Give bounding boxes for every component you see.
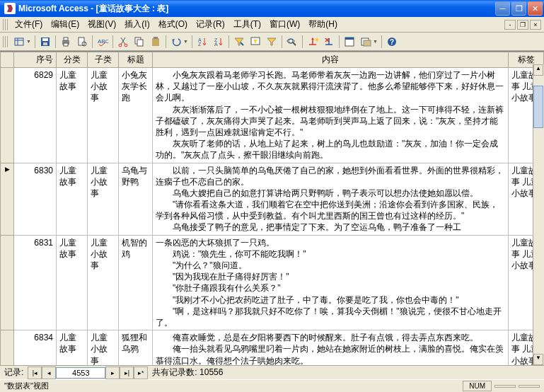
cell-content[interactable]: 以前，一只头脑简单的乌龟厌倦了自己的家，她想到外面看看世界。外面的世界很精彩，连… (153, 163, 509, 235)
scroll-down-button[interactable]: ▼ (533, 354, 543, 365)
sort-desc-button[interactable]: ZA (211, 34, 226, 50)
svg-rect-5 (43, 42, 47, 45)
help-button[interactable]: ? (384, 34, 400, 50)
nav-total-label: 共有记录数: 10556 (148, 367, 227, 379)
menu-file[interactable]: 文件(F) (11, 17, 47, 32)
undo-button[interactable] (168, 34, 184, 50)
window-title: Microsoft Access - [童话故事大全 : 表] (18, 3, 495, 15)
cell-category[interactable]: 儿童故事 (57, 68, 88, 163)
cell-content[interactable]: 一条凶恶的大坏狼抓了一只鸡。 鸡说："狼先生，你可不能吃我啊！" "为什么？"狼… (153, 235, 509, 330)
col-header-subcategory[interactable]: 子类 (88, 52, 119, 68)
menu-view[interactable]: 视图(V) (83, 17, 120, 32)
mdi-restore[interactable]: ❐ (517, 20, 528, 30)
cell-subcategory[interactable]: 儿童小故事 (88, 330, 119, 365)
cell-category[interactable]: 儿童故事 (57, 235, 88, 330)
scroll-thumb[interactable] (533, 86, 543, 128)
col-header-seq[interactable]: 序号 (14, 52, 57, 68)
close-button[interactable]: ✕ (528, 1, 543, 16)
cell-subcategory[interactable]: 儿童小故事 (88, 163, 119, 235)
menu-records[interactable]: 记录(R) (192, 17, 229, 32)
table-row[interactable]: ▶6830儿童故事儿童小故事乌龟与野鸭 以前，一只头脑简单的乌龟厌倦了自己的家，… (1, 163, 544, 235)
menu-format[interactable]: 格式(O) (154, 17, 192, 32)
cell-seq[interactable]: 6829 (14, 68, 57, 163)
database-window-button[interactable] (342, 34, 357, 50)
nav-last-button[interactable]: ▸| (120, 367, 134, 379)
menubar: 文件(F) 编辑(E) 视图(V) 插入(I) 格式(O) 记录(R) 工具(T… (0, 17, 544, 33)
menu-window[interactable]: 窗口(W) (265, 17, 304, 32)
menu-edit[interactable]: 编辑(E) (47, 17, 83, 32)
find-button[interactable] (284, 34, 300, 50)
col-header-content[interactable]: 内容 (153, 52, 509, 68)
cell-content[interactable]: 俺喜欢睡觉，总是在夕阳将要西下的时候醒来。肚子有点饿，得去弄点东西来吃。 俺一抬… (153, 330, 509, 365)
minimize-button[interactable]: ─ (495, 1, 510, 16)
nav-first-button[interactable]: |◂ (28, 367, 42, 379)
paste-button[interactable] (148, 34, 163, 50)
cell-title[interactable]: 机智的鸡 (119, 235, 153, 330)
cell-category[interactable]: 儿童故事 (57, 330, 88, 365)
svg-text:A: A (214, 42, 218, 47)
mdi-close[interactable]: × (530, 20, 541, 30)
view-dropdown[interactable]: ▼ (26, 39, 33, 44)
nav-current-input[interactable] (56, 367, 105, 379)
undo-dropdown[interactable]: ▼ (183, 39, 190, 44)
view-button[interactable] (11, 34, 27, 50)
cell-title[interactable]: 乌龟与野鸭 (119, 163, 153, 235)
cell-category[interactable]: 儿童故事 (57, 163, 88, 235)
nav-next-button[interactable]: ▸ (105, 367, 120, 379)
svg-point-23 (289, 39, 293, 43)
delete-record-button[interactable] (321, 34, 337, 50)
svg-point-13 (125, 44, 127, 47)
new-object-button[interactable] (358, 34, 374, 50)
spellcheck-button[interactable]: ABC (95, 34, 110, 50)
col-header-title[interactable]: 标题 (119, 52, 153, 68)
cell-subcategory[interactable]: 儿童小故事 (88, 235, 119, 330)
vertical-scrollbar[interactable]: ▲ ▼ (533, 64, 544, 365)
row-selector[interactable] (1, 68, 14, 163)
nav-prev-button[interactable]: ◂ (42, 367, 56, 379)
table-row[interactable]: 6831儿童故事儿童小故事机智的鸡一条凶恶的大坏狼抓了一只鸡。 鸡说："狼先生，… (1, 235, 544, 330)
svg-rect-15 (137, 40, 143, 46)
row-selector[interactable]: ▶ (1, 163, 14, 235)
cell-title[interactable]: 小兔灰灰学长跑 (119, 68, 153, 163)
menu-insert[interactable]: 插入(I) (120, 17, 154, 32)
menu-help[interactable]: 帮助(H) (304, 17, 342, 32)
table-row[interactable]: 6829儿童故事儿童小故事小兔灰灰学长跑 小兔灰灰跟着马老师学习长跑。马老师带着… (1, 68, 544, 163)
mdi-minimize[interactable]: - (504, 20, 516, 30)
copy-button[interactable] (132, 34, 147, 50)
cell-title[interactable]: 狐狸和乌鸦 (119, 330, 153, 365)
cell-seq[interactable]: 6830 (14, 163, 57, 235)
print-button[interactable] (58, 34, 74, 50)
svg-point-12 (119, 44, 122, 47)
scroll-up-button[interactable]: ▲ (533, 64, 543, 76)
table-row[interactable]: 6834儿童故事儿童小故事狐狸和乌鸦 俺喜欢睡觉，总是在夕阳将要西下的时候醒来。… (1, 330, 544, 365)
status-cell-3 (519, 385, 540, 388)
new-record-button[interactable]: ✱ (305, 34, 320, 50)
svg-text:✱: ✱ (315, 37, 318, 43)
menu-tools[interactable]: 工具(T) (229, 17, 265, 32)
sort-asc-button[interactable]: AZ (195, 34, 210, 50)
cell-subcategory[interactable]: 儿童小故事 (88, 68, 119, 163)
filter-toggle-button[interactable] (264, 34, 279, 50)
toolbar-grip[interactable] (3, 36, 8, 47)
col-header-category[interactable]: 分类 (57, 52, 88, 68)
cell-seq[interactable]: 6834 (14, 330, 57, 365)
save-button[interactable] (37, 34, 53, 50)
cut-button[interactable] (115, 34, 131, 50)
new-object-dropdown[interactable]: ▼ (373, 39, 379, 44)
nav-label: 记录: (0, 367, 28, 379)
status-view-mode: "数据表"视图 (4, 381, 49, 391)
nav-new-button[interactable]: ▸* (134, 367, 148, 379)
svg-rect-4 (42, 38, 48, 41)
cell-content[interactable]: 小兔灰灰跟着马老师学习长跑。马老师带着灰灰一边跑一边讲解，他们穿过了一片小树林，… (153, 68, 509, 163)
svg-rect-27 (345, 38, 354, 40)
row-selector[interactable] (1, 330, 14, 365)
filter-form-button[interactable] (248, 34, 263, 50)
maximize-button[interactable]: ❐ (511, 1, 526, 16)
svg-text:ABC: ABC (98, 38, 108, 45)
row-selector[interactable] (1, 235, 14, 330)
print-preview-button[interactable] (74, 34, 90, 50)
filter-selection-button[interactable] (231, 34, 247, 50)
cell-seq[interactable]: 6831 (14, 235, 57, 330)
select-all-corner[interactable] (1, 52, 14, 68)
menu-grip[interactable] (3, 19, 8, 30)
